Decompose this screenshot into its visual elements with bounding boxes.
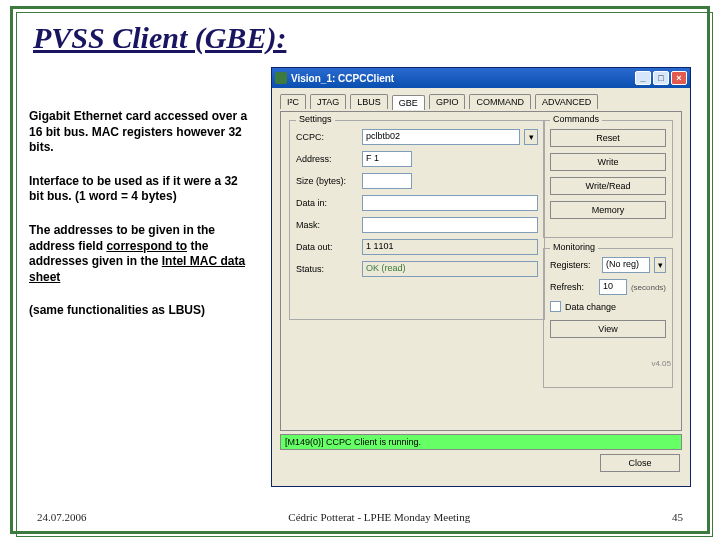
window-title: Vision_1: CCPCClient xyxy=(291,73,635,84)
ccpc-select[interactable]: pclbtb02 xyxy=(362,129,520,145)
version-label: v4.05 xyxy=(651,359,671,368)
footer-date: 24.07.2006 xyxy=(37,511,87,523)
refresh-label: Refresh: xyxy=(550,282,595,292)
paragraph-1: Gigabit Ethernet card accessed over a 16… xyxy=(29,109,254,156)
chevron-down-icon[interactable]: ▾ xyxy=(524,129,538,145)
titlebar[interactable]: Vision_1: CCPCClient _ □ × xyxy=(272,68,690,88)
writeread-button[interactable]: Write/Read xyxy=(550,177,666,195)
datain-label: Data in: xyxy=(296,198,358,208)
footer: 24.07.2006 Cédric Potterat - LPHE Monday… xyxy=(37,511,683,523)
address-label: Address: xyxy=(296,154,358,164)
tab-advanced[interactable]: ADVANCED xyxy=(535,94,598,109)
window-body: I²C JTAG LBUS GBE GPIO COMMAND ADVANCED … xyxy=(272,88,690,486)
tab-i2c[interactable]: I²C xyxy=(280,94,306,109)
maximize-button[interactable]: □ xyxy=(653,71,669,85)
memory-button[interactable]: Memory xyxy=(550,201,666,219)
close-button[interactable]: Close xyxy=(600,454,680,472)
refresh-input[interactable]: 10 xyxy=(599,279,627,295)
settings-group: Settings CCPC: pclbtb02 ▾ Address: F 1 S… xyxy=(289,120,545,320)
refresh-unit: (seconds) xyxy=(631,283,666,292)
chevron-down-icon[interactable]: ▾ xyxy=(654,257,666,273)
paragraph-4: (same functionalities as LBUS) xyxy=(29,303,254,319)
datachange-label: Data change xyxy=(565,302,616,312)
app-window: Vision_1: CCPCClient _ □ × I²C JTAG LBUS… xyxy=(271,67,691,487)
write-button[interactable]: Write xyxy=(550,153,666,171)
ccpc-label: CCPC: xyxy=(296,132,358,142)
dataout-field: 1 1101 xyxy=(362,239,538,255)
datachange-checkbox[interactable]: Data change xyxy=(550,301,666,312)
tab-gpio[interactable]: GPIO xyxy=(429,94,466,109)
monitoring-title: Monitoring xyxy=(550,242,598,252)
mask-label: Mask: xyxy=(296,220,358,230)
paragraph-3: The addresses to be given in the address… xyxy=(29,223,254,285)
registers-select[interactable]: (No reg) xyxy=(602,257,650,273)
footer-page: 45 xyxy=(672,511,683,523)
body-text: Gigabit Ethernet card accessed over a 16… xyxy=(29,109,254,337)
commands-title: Commands xyxy=(550,114,602,124)
minimize-button[interactable]: _ xyxy=(635,71,651,85)
tab-gbe[interactable]: GBE xyxy=(392,95,425,110)
status-bar-row: [M149(0)] CCPC Client is running. xyxy=(280,434,682,450)
tab-panel: Settings CCPC: pclbtb02 ▾ Address: F 1 S… xyxy=(280,111,682,431)
dataout-label: Data out: xyxy=(296,242,358,252)
window-buttons: _ □ × xyxy=(635,71,687,85)
view-button[interactable]: View xyxy=(550,320,666,338)
slide-title: PVSS Client (GBE): xyxy=(33,21,286,55)
address-input[interactable]: F 1 xyxy=(362,151,412,167)
footer-center: Cédric Potterat - LPHE Monday Meeting xyxy=(87,511,673,523)
checkbox-icon xyxy=(550,301,561,312)
datain-input[interactable] xyxy=(362,195,538,211)
registers-label: Registers: xyxy=(550,260,598,270)
commands-group: Commands Reset Write Write/Read Memory xyxy=(543,120,673,238)
tab-command[interactable]: COMMAND xyxy=(469,94,531,109)
reset-button[interactable]: Reset xyxy=(550,129,666,147)
settings-title: Settings xyxy=(296,114,335,124)
app-icon xyxy=(275,72,287,84)
tab-lbus[interactable]: LBUS xyxy=(350,94,388,109)
tab-jtag[interactable]: JTAG xyxy=(310,94,346,109)
slide-frame: PVSS Client (GBE): Gigabit Ethernet card… xyxy=(10,6,710,534)
status-bar: [M149(0)] CCPC Client is running. xyxy=(280,434,682,450)
mask-input[interactable] xyxy=(362,217,538,233)
paragraph-2: Interface to be used as if it were a 32 … xyxy=(29,174,254,205)
status-label: Status: xyxy=(296,264,358,274)
size-input[interactable] xyxy=(362,173,412,189)
close-window-button[interactable]: × xyxy=(671,71,687,85)
size-label: Size (bytes): xyxy=(296,176,358,186)
tab-bar: I²C JTAG LBUS GBE GPIO COMMAND ADVANCED xyxy=(280,94,682,109)
status-field: OK (read) xyxy=(362,261,538,277)
